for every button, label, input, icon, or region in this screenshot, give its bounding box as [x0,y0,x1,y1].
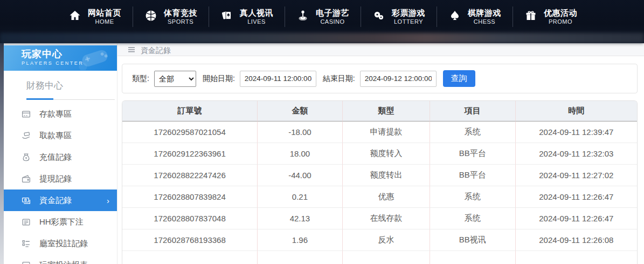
table-row: 1726028807839824 0.21 优惠 系统 2024-09-11 1… [122,186,637,208]
funds-record-table: 訂單號 金額 類型 項目 時間 1726029587021054 -18.00 … [122,100,638,264]
chevron-right-icon: › [107,197,109,205]
sidebar-section-title: 財務中心 [4,79,117,92]
nav-subtitle: LIVES [247,18,266,26]
cell-time: 2024-09-11 12:26:47 [516,186,637,208]
cell-order-no: 1726028807837048 [122,208,258,229]
col-type: 類型 [343,101,430,121]
wallet-icon [22,174,31,184]
cell-item: BB视讯 [430,229,516,251]
search-button[interactable]: 查詢 [443,70,475,87]
cell-type: 额度转出 [343,165,430,186]
nav-item-sports[interactable]: 体育竞技 SPORTS [133,8,209,26]
sidebar-item-label: 充值記錄 [39,152,72,163]
cell-item: 系统 [430,186,516,208]
table-row: 1726028822247426 -44.00 额度转出 BB平台 2024-0… [122,165,637,186]
nav-subtitle: CHESS [474,18,495,26]
gamepad-watermark-icon [77,46,113,71]
cell-time: 2024-09-11 12:27:02 [516,165,637,186]
cell-type: 反水 [343,229,430,251]
section-underline [26,98,115,100]
sidebar-header: 玩家中心 PLAYERS CENTER [4,45,117,71]
joystick-icon [296,9,309,24]
nav-subtitle: PROMO [549,18,572,26]
nav-title: 彩票游戏 [392,8,425,18]
nav-subtitle: LOTTERY [394,18,423,26]
sidebar-item-label: 玩家投注報表 [39,260,88,264]
end-date-label: 結束日期: [323,74,355,84]
col-order-no: 訂單號 [122,101,258,121]
gift-icon [524,9,537,24]
nav-title: 优惠活动 [544,8,577,18]
cell-order-no: 1726029122363961 [122,143,258,165]
cell-type: 申请提款 [343,121,430,143]
cell-time: 2024-09-11 12:26:08 [516,229,637,251]
sidebar-item-player-bet-report[interactable]: 玩家投注報表 [4,254,117,264]
sidebar-item-label: 廳室投註記錄 [39,239,88,249]
cell-item: 系统 [430,208,516,229]
checklist-icon [22,239,31,248]
cell-amount: 18.00 [258,143,343,165]
nav-banner-blur [0,33,644,43]
cell-type: 优惠 [343,186,430,208]
list-icon [22,218,31,227]
sidebar-item-funds-record[interactable]: 資金記錄 › [4,189,117,211]
cell-order-no: 1726028807839824 [122,186,258,208]
breadcrumb: 資金記錄 [117,45,644,56]
cell-amount: 42.13 [258,208,343,229]
home-icon [68,9,81,24]
sidebar: 玩家中心 PLAYERS CENTER 財務中心 存款專區 取款專區 充值記錄 … [4,43,117,264]
banknotes-icon [22,196,31,205]
nav-item-chess[interactable]: 棋牌游戏 CHESS [437,8,513,26]
sidebar-item-label: 取款專區 [39,131,72,141]
nav-subtitle: CASINO [320,18,344,26]
cell-amount: 1.96 [258,229,343,251]
nav-title: 电子游艺 [316,8,349,18]
col-item: 項目 [430,101,516,121]
main-content: 資金記錄 類型: 全部 開始日期: 結束日期: 查詢 [117,43,644,264]
start-date-input[interactable] [240,71,316,87]
sidebar-item-hh-lottery-bets[interactable]: HH彩票下注 [4,211,117,233]
cell-order-no: 1726029587021054 [122,121,258,143]
sidebar-item-deposit[interactable]: 存款專區 [4,103,117,125]
table-row: 1726028807837048 42.13 在线存款 系统 2024-09-1… [122,208,637,229]
cell-amount: 0.21 [258,186,343,208]
cell-time: 2024-09-11 12:39:47 [516,121,637,143]
hamburger-icon[interactable] [127,45,136,56]
nav-item-promo[interactable]: 优惠活动 PROMO [513,8,588,26]
filter-bar: 類型: 全部 開始日期: 結束日期: 查詢 [122,64,638,93]
sidebar-item-label: 資金記錄 [39,195,72,206]
deposit-card-icon [22,110,31,119]
sidebar-item-withdraw[interactable]: 取款專區 [4,125,117,146]
end-date-input[interactable] [360,71,437,87]
nav-title: 体育竞技 [164,8,197,18]
table-header-row: 訂單號 金額 類型 項目 時間 [122,101,637,121]
col-amount: 金額 [258,101,343,121]
type-label: 類型: [132,74,149,84]
spade-icon [448,9,461,24]
sidebar-item-label: 存款專區 [39,109,72,119]
cell-amount: -44.00 [258,165,343,186]
nav-title: 网站首页 [88,8,121,18]
top-nav: 网站首页 HOME 体育竞技 SPORTS 真人视讯 LIVES 电子游艺 [0,0,644,43]
cell-time: 2024-09-11 12:26:47 [516,208,637,229]
cell-order-no: 1726028822247426 [122,165,258,186]
cell-type: 额度转入 [343,143,430,165]
table-row-partial [122,251,637,264]
nav-item-home[interactable]: 网站首页 HOME [57,8,133,26]
nav-item-lottery[interactable]: 彩票游戏 LOTTERY [361,8,437,26]
sidebar-item-recharge[interactable]: 充值記錄 [4,146,117,168]
cell-type: 在线存款 [343,208,430,229]
page-title: 資金記錄 [141,46,171,56]
nav-item-lives[interactable]: 真人视讯 LIVES [209,8,285,26]
page-background-edge [0,43,4,264]
type-select[interactable]: 全部 [154,71,196,87]
cell-amount: -18.00 [258,121,343,143]
sidebar-item-hall-bet-records[interactable]: 廳室投註記錄 [4,233,117,254]
sidebar-item-cashout[interactable]: 提現記錄 [4,168,117,189]
sidebar-item-label: HH彩票下注 [39,217,84,227]
nav-item-casino[interactable]: 电子游艺 CASINO [285,8,361,26]
nav-subtitle: SPORTS [168,18,193,26]
start-date-label: 開始日期: [203,74,235,84]
table-row: 1726029587021054 -18.00 申请提款 系统 2024-09-… [122,121,637,143]
table-row: 1726028768193368 1.96 反水 BB视讯 2024-09-11… [122,229,637,251]
